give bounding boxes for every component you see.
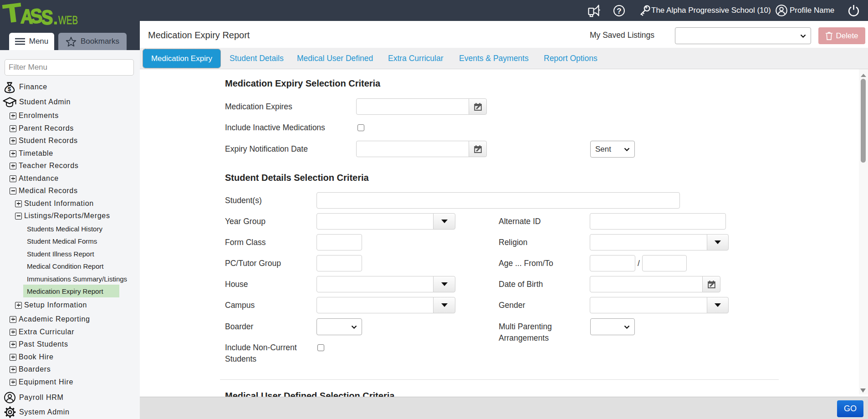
svg-text:S: S	[41, 6, 54, 26]
svg-text:?: ?	[617, 7, 621, 15]
svg-text:$: $	[8, 86, 11, 92]
svg-text:WEB: WEB	[58, 13, 78, 26]
